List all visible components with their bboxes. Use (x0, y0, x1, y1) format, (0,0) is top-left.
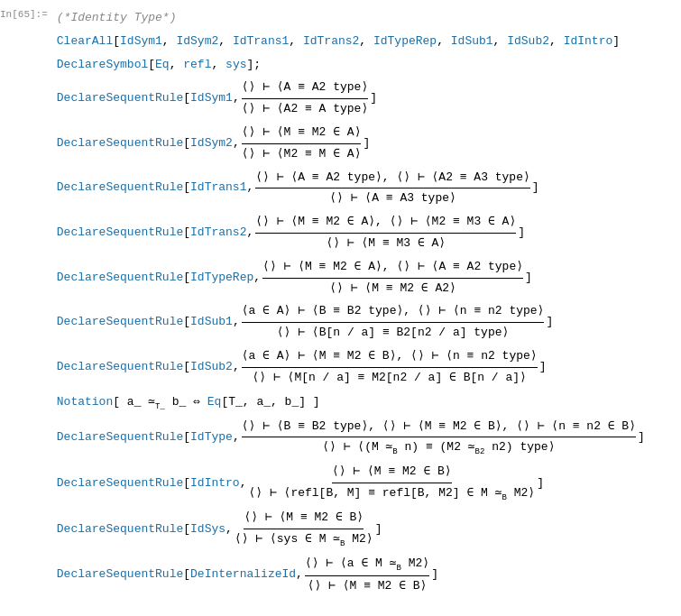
idtrans2-rule: DeclareSequentRule[IdTrans2, ⟨⟩ ⊢ ⟨M ≡ M… (57, 213, 677, 253)
notation-line: Notation[ a_ ≃T_ b_ ⇔ Eq[T_, a_, b_] ] (57, 393, 677, 413)
idsub2-rule: DeclareSequentRule[IdSub2, ⟨a ∈ A⟩ ⊢ ⟨M … (57, 347, 677, 388)
comment-line: (*Identity Type*) (57, 9, 677, 28)
idtyperep-rule: DeclareSequentRule[IdTypeRep, ⟨⟩ ⊢ ⟨M ≡ … (57, 258, 677, 299)
cell-label: In[65]:= (0, 7, 53, 20)
idintro-rule: DeclareSequentRule[IdIntro, ⟨⟩ ⊢ ⟨M ≡ M2… (57, 463, 677, 504)
notebook-cell: In[65]:= (*Identity Type*) ClearAll[IdSy… (0, 7, 681, 602)
deinternalizeid-rule: DeclareSequentRule[DeInternalizeId, ⟨⟩ ⊢… (57, 555, 677, 596)
idtrans1-rule: DeclareSequentRule[IdTrans1, ⟨⟩ ⊢ ⟨A ≡ A… (57, 169, 677, 209)
idsym1-rule: DeclareSequentRule[IdSym1, ⟨⟩ ⊢ ⟨A ≡ A2 … (57, 78, 677, 119)
idsym2-rule: DeclareSequentRule[IdSym2, ⟨⟩ ⊢ ⟨M ≡ M2 … (57, 124, 677, 164)
clearall-line: ClearAll[IdSym1, IdSym2, IdTrans1, IdTra… (57, 32, 677, 51)
idsub1-rule: DeclareSequentRule[IdSub1, ⟨a ∈ A⟩ ⊢ ⟨B … (57, 302, 677, 343)
idtype-rule: DeclareSequentRule[IdType, ⟨⟩ ⊢ ⟨B ≡ B2 … (57, 418, 677, 459)
declaresymbol-line: DeclareSymbol[Eq, refl, sys]; (57, 56, 677, 75)
cell-content: (*Identity Type*) ClearAll[IdSym1, IdSym… (53, 7, 681, 602)
idsys-rule: DeclareSequentRule[IdSys, ⟨⟩ ⊢ ⟨M ≡ M2 ∈… (57, 509, 677, 550)
